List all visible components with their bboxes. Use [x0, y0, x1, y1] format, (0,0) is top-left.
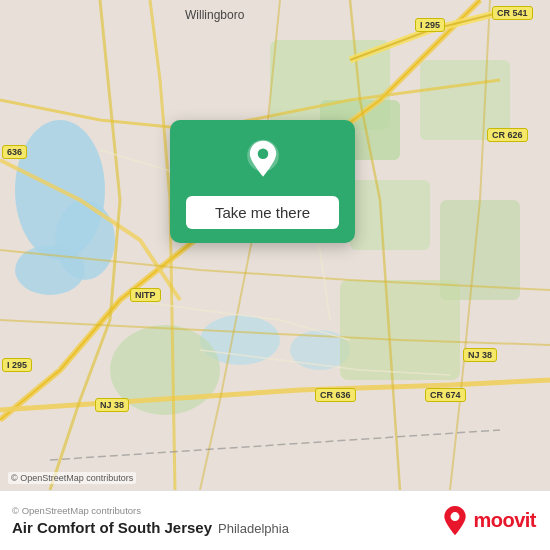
svg-rect-11 [340, 280, 460, 380]
map-background [0, 0, 550, 490]
road-label-i295-top: I 295 [415, 18, 445, 32]
popup-card: Take me there [170, 120, 355, 243]
road-label-cr541: CR 541 [492, 6, 533, 20]
moovit-pin-icon [441, 505, 469, 537]
bottom-info: © OpenStreetMap contributors Air Comfort… [12, 505, 289, 536]
road-label-i295-bottom: I 295 [2, 358, 32, 372]
city-label: Willingboro [185, 8, 244, 22]
road-label-cr674: CR 674 [425, 388, 466, 402]
road-label-nj38-right: NJ 38 [463, 348, 497, 362]
road-label-636: 636 [2, 145, 27, 159]
take-me-there-button[interactable]: Take me there [186, 196, 339, 229]
svg-point-16 [451, 512, 460, 521]
road-label-nj38-left: NJ 38 [95, 398, 129, 412]
moovit-brand-text: moovit [473, 509, 536, 532]
place-city: Philadelphia [218, 521, 289, 536]
svg-point-15 [257, 149, 268, 160]
moovit-logo: moovit [441, 505, 536, 537]
bottom-attribution: © OpenStreetMap contributors [12, 505, 289, 516]
road-label-nitp: NITP [130, 288, 161, 302]
road-label-cr626: CR 626 [487, 128, 528, 142]
bottom-bar: © OpenStreetMap contributors Air Comfort… [0, 490, 550, 550]
map-attribution: © OpenStreetMap contributors [8, 472, 136, 484]
place-name: Air Comfort of South Jersey [12, 519, 212, 536]
map-container: Willingboro CR 541 I 295 CR 626 636 NITP… [0, 0, 550, 490]
road-label-cr636-bottom: CR 636 [315, 388, 356, 402]
svg-rect-9 [350, 180, 430, 250]
location-pin-icon [241, 138, 285, 182]
